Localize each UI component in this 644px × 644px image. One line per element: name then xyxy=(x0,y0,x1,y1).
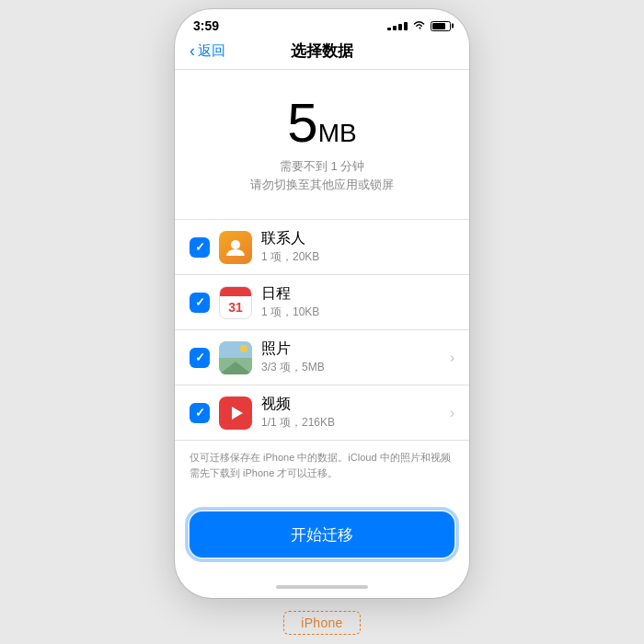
contacts-icon xyxy=(219,231,252,264)
svg-point-0 xyxy=(231,240,240,249)
calendar-info: 日程 1 项，10KB xyxy=(261,284,454,320)
start-migration-button[interactable]: 开始迁移 xyxy=(190,512,454,558)
calendar-icon: 31 xyxy=(219,286,252,319)
size-hint-1: 需要不到 1 分钟 xyxy=(193,158,451,175)
size-unit: MB xyxy=(318,119,357,147)
phone-wrapper: 3:59 xyxy=(175,9,469,635)
home-bar xyxy=(276,585,368,589)
back-label: 返回 xyxy=(198,42,225,60)
video-name: 视频 xyxy=(261,395,450,414)
size-section: 5MB 需要不到 1 分钟 请勿切换至其他应用或锁屏 xyxy=(175,70,469,210)
back-chevron-icon: ‹ xyxy=(190,41,195,61)
bottom-section: 开始迁移 xyxy=(175,500,469,576)
device-label: iPhone xyxy=(283,611,360,635)
list-item[interactable]: ✓ 视频 1/1 项，216KB › xyxy=(175,385,469,440)
video-info: 视频 1/1 项，216KB xyxy=(261,395,450,431)
checkmark-icon: ✓ xyxy=(195,406,205,420)
play-icon xyxy=(232,407,243,420)
status-icons xyxy=(387,19,451,33)
size-display: 5MB xyxy=(193,96,451,151)
contacts-detail: 1 项，20KB xyxy=(261,249,454,265)
checkbox-video[interactable]: ✓ xyxy=(190,403,210,423)
signal-icon xyxy=(387,22,408,30)
checkmark-icon: ✓ xyxy=(195,295,205,309)
photos-chevron-icon: › xyxy=(450,350,454,366)
nav-bar: ‹ 返回 选择数据 xyxy=(175,37,469,69)
checkmark-icon: ✓ xyxy=(195,351,205,364)
battery-icon xyxy=(431,21,451,31)
home-indicator xyxy=(175,576,469,598)
contacts-info: 联系人 1 项，20KB xyxy=(261,229,454,265)
photos-name: 照片 xyxy=(261,339,450,359)
checkbox-photos[interactable]: ✓ xyxy=(190,348,210,368)
status-bar: 3:59 xyxy=(175,9,469,37)
phone-frame: 3:59 xyxy=(175,9,469,598)
contacts-name: 联系人 xyxy=(261,229,454,248)
note-text: 仅可迁移保存在 iPhone 中的数据。iCloud 中的照片和视频需先下载到 … xyxy=(175,441,469,489)
checkmark-icon: ✓ xyxy=(195,240,205,254)
photos-detail: 3/3 项，5MB xyxy=(261,360,450,375)
video-icon xyxy=(219,397,252,430)
list-item[interactable]: ✓ 联系人 1 项，20KB xyxy=(175,220,469,274)
video-chevron-icon: › xyxy=(450,405,454,421)
calendar-detail: 1 项，10KB xyxy=(261,305,454,320)
wifi-icon xyxy=(412,19,426,33)
list-item[interactable]: ✓ 31 日程 1 项，10KB xyxy=(175,275,469,329)
photos-info: 照片 3/3 项，5MB xyxy=(261,339,450,375)
page-title: 选择数据 xyxy=(291,40,353,62)
photos-icon xyxy=(219,341,252,374)
size-number: 5 xyxy=(287,92,317,154)
main-content: 5MB 需要不到 1 分钟 请勿切换至其他应用或锁屏 ✓ xyxy=(175,70,469,598)
calendar-name: 日程 xyxy=(261,284,454,304)
back-button[interactable]: ‹ 返回 xyxy=(190,41,225,61)
data-list: ✓ 联系人 1 项，20KB xyxy=(175,219,469,500)
status-time: 3:59 xyxy=(193,18,219,33)
size-hint-2: 请勿切换至其他应用或锁屏 xyxy=(193,177,451,193)
checkbox-contacts[interactable]: ✓ xyxy=(190,237,210,258)
checkbox-calendar[interactable]: ✓ xyxy=(190,293,210,313)
video-detail: 1/1 项，216KB xyxy=(261,415,450,431)
list-item[interactable]: ✓ 照片 3/3 项，5MB › xyxy=(175,330,469,385)
